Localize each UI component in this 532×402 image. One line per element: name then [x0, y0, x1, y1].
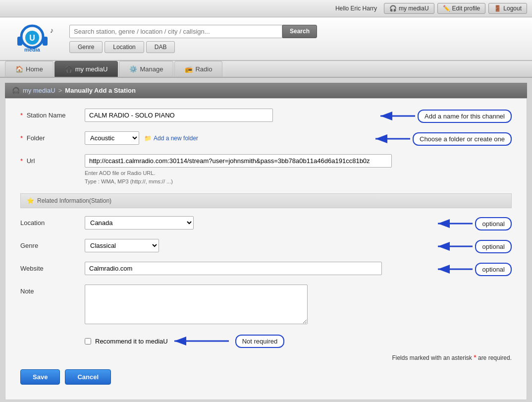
- required-star-folder: *: [20, 134, 23, 142]
- note-control: [85, 285, 512, 326]
- svg-text:♪: ♪: [50, 26, 53, 34]
- recommend-label: Recommend it to mediaU: [95, 338, 168, 345]
- genre-pill[interactable]: Genre: [69, 41, 103, 53]
- svg-text:media: media: [24, 47, 41, 53]
- search-row: Search: [69, 25, 317, 38]
- website-label: Website: [20, 262, 85, 272]
- tab-home[interactable]: 🏠 Home: [5, 61, 53, 77]
- header: U media ♪ Search Genre Location DAB: [0, 17, 532, 61]
- breadcrumb-icon: 🎧: [12, 87, 20, 94]
- tab-manage[interactable]: ⚙️ Manage: [119, 61, 173, 77]
- search-button[interactable]: Search: [282, 25, 317, 38]
- station-name-control: [85, 109, 368, 122]
- folder-control: Acoustic Pop Jazz Rock 📁 Add a new folde…: [85, 131, 363, 145]
- note-row: Note: [20, 285, 512, 326]
- logout-btn[interactable]: 🚪 Logout: [488, 3, 527, 14]
- breadcrumb-sep: >: [58, 87, 62, 94]
- folder-row: * Folder Acoustic Pop Jazz Rock 📁 Add: [20, 131, 512, 146]
- optional-genre-bubble: optional: [475, 240, 512, 253]
- breadcrumb-root[interactable]: my mediaU: [23, 87, 55, 94]
- arrow-location: [435, 216, 475, 231]
- dab-pill[interactable]: DAB: [146, 41, 175, 53]
- nav-pills: Genre Location DAB: [69, 41, 527, 53]
- location-select[interactable]: Canada United States United Kingdom Aust…: [85, 216, 194, 230]
- location-row: Location Canada United States United Kin…: [20, 216, 512, 231]
- recommend-checkbox[interactable]: [85, 338, 91, 345]
- greeting-text: Hello Eric Harry: [335, 5, 377, 12]
- url-label: * Url: [20, 154, 85, 165]
- logout-icon: 🚪: [494, 5, 501, 12]
- website-input[interactable]: [85, 262, 382, 275]
- genre-row: Genre Classical Pop Rock Jazz: [20, 239, 512, 254]
- page-wrapper: Hello Eric Harry 🎧 my mediaU ✏️ Edit pro…: [0, 0, 532, 402]
- headphone-icon: 🎧: [389, 5, 397, 12]
- breadcrumb-bar: 🎧 my mediaU > Manually Add a Station: [5, 83, 527, 98]
- edit-profile-btn[interactable]: ✏️ Edit profile: [437, 3, 486, 14]
- folder-icon: 📁: [144, 135, 152, 142]
- website-row: Website optional: [20, 262, 512, 277]
- content-outer: 🎧 my mediaU > Manually Add a Station * S…: [0, 78, 532, 402]
- station-name-label: * Station Name: [20, 109, 85, 119]
- svg-text:U: U: [29, 34, 35, 42]
- url-input[interactable]: [85, 154, 392, 168]
- url-hint: Enter AOD file or Radio URL. Type : WMA,…: [85, 169, 512, 185]
- arrow-station: [378, 109, 418, 123]
- genre-control: Classical Pop Rock Jazz: [85, 239, 426, 252]
- required-note: Fields marked with an asterisk * are req…: [20, 353, 512, 361]
- website-control: [85, 262, 426, 275]
- folder-select[interactable]: Acoustic Pop Jazz Rock: [85, 131, 139, 145]
- tab-my-mediau[interactable]: 🎧 my mediaU: [54, 61, 118, 77]
- svg-rect-1: [17, 37, 22, 46]
- main-content: * Station Name: [5, 98, 527, 400]
- my-mediau-topbar-btn[interactable]: 🎧 my mediaU: [384, 3, 434, 14]
- breadcrumb-current: Manually Add a Station: [65, 87, 136, 94]
- location-label: Location: [20, 216, 85, 227]
- location-control: Canada United States United Kingdom Aust…: [85, 216, 426, 230]
- svg-rect-2: [43, 37, 48, 46]
- logo-svg: U media ♪: [6, 23, 58, 55]
- arrow-recommend: [172, 334, 231, 348]
- choose-folder-bubble: Choose a folder or create one: [413, 132, 512, 146]
- logo-area: U media ♪: [5, 21, 59, 56]
- folder-label: * Folder: [20, 131, 85, 142]
- required-note-star: *: [474, 353, 476, 361]
- url-row: * Url Enter AOD file or Radio URL. Type …: [20, 154, 512, 185]
- arrow-website: [435, 262, 475, 277]
- cancel-button[interactable]: Cancel: [65, 369, 111, 385]
- note-textarea[interactable]: [85, 285, 308, 324]
- edit-icon: ✏️: [443, 5, 450, 12]
- top-bar: Hello Eric Harry 🎧 my mediaU ✏️ Edit pro…: [0, 0, 532, 17]
- search-input[interactable]: [69, 25, 282, 38]
- add-folder-link[interactable]: 📁 Add a new folder: [144, 135, 198, 142]
- station-name-input[interactable]: [85, 109, 273, 122]
- required-star-station: *: [20, 112, 23, 119]
- location-pill[interactable]: Location: [105, 41, 144, 53]
- genre-select[interactable]: Classical Pop Rock Jazz: [85, 239, 159, 252]
- main-wrapper: Hello Eric Harry 🎧 my mediaU ✏️ Edit pro…: [0, 0, 532, 402]
- gear-icon: ⚙️: [129, 65, 137, 73]
- save-button[interactable]: Save: [20, 369, 60, 385]
- tab-radio[interactable]: 📻 Radio: [174, 61, 222, 77]
- recommend-row: Recommend it to mediaU Not required: [85, 334, 512, 348]
- folder-inner-row: Acoustic Pop Jazz Rock 📁 Add a new folde…: [85, 131, 363, 145]
- not-required-bubble: Not required: [235, 335, 285, 348]
- star-icon: ⭐: [27, 197, 34, 204]
- related-info-header: ⭐ Related Information(Station): [20, 193, 512, 208]
- required-star-url: *: [20, 157, 23, 165]
- note-label: Note: [20, 285, 85, 295]
- main-nav: 🏠 Home 🎧 my mediaU ⚙️ Manage 📻 Radio: [0, 61, 532, 78]
- headphone-tab-icon: 🎧: [65, 65, 73, 73]
- optional-website-bubble: optional: [475, 263, 512, 276]
- action-buttons: Save Cancel: [20, 369, 512, 385]
- arrow-folder: [373, 131, 413, 146]
- arrow-genre: [435, 239, 475, 254]
- radio-icon: 📻: [185, 65, 193, 73]
- station-name-row: * Station Name: [20, 109, 512, 123]
- url-control: Enter AOD file or Radio URL. Type : WMA,…: [85, 154, 512, 185]
- search-area: Search Genre Location DAB: [69, 25, 527, 53]
- home-icon: 🏠: [15, 65, 23, 73]
- channel-name-bubble: Add a name for this channel: [418, 110, 512, 123]
- optional-location-bubble: optional: [475, 217, 512, 230]
- genre-label: Genre: [20, 239, 85, 249]
